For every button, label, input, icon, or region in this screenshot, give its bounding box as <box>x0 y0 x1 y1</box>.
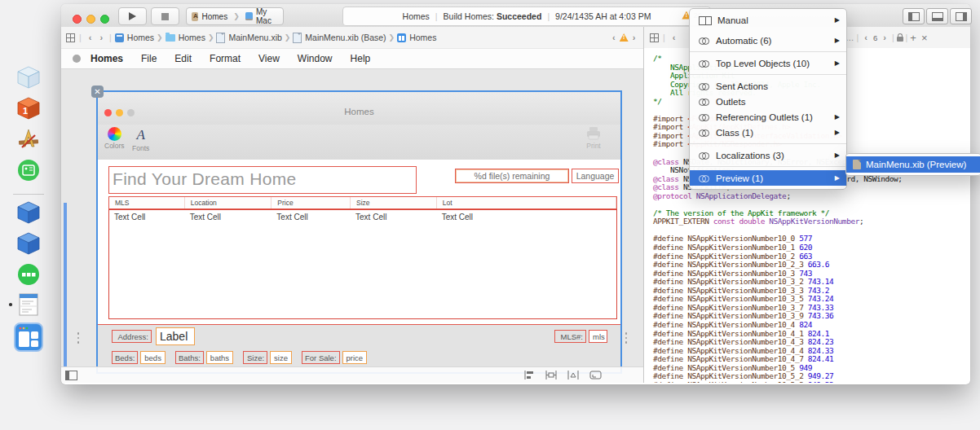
lock-icon[interactable] <box>897 37 903 42</box>
table-cell[interactable]: Text Cell <box>351 210 437 222</box>
close-assistant-editor-button[interactable]: × <box>919 32 928 44</box>
mock-window-titlebar[interactable]: Homes <box>98 92 620 125</box>
table-header-row[interactable]: MLSLocationPriceSizeLot <box>108 196 617 209</box>
files-remaining-label[interactable]: %d file(s) remaining <box>455 169 569 183</box>
table-cell[interactable]: Text Cell <box>437 210 616 222</box>
menu-item-manual[interactable]: Manual▶ <box>690 12 846 28</box>
mock-menu-item-edit[interactable]: Edit <box>166 53 201 64</box>
mock-menu-item-window[interactable]: Window <box>289 53 342 64</box>
table-header-lot[interactable]: Lot <box>437 197 616 208</box>
apple-menu-icon[interactable] <box>73 55 81 63</box>
dock-interface-builder-app-icon[interactable] <box>14 322 43 355</box>
next-issue-button[interactable]: › <box>629 33 639 42</box>
dock-blue-cube-app-icon[interactable] <box>16 200 41 228</box>
zoom-window-button[interactable] <box>100 15 109 24</box>
document-outline-toggle-button[interactable] <box>65 371 77 380</box>
toggle-navigator-button[interactable] <box>903 8 925 24</box>
baths-label[interactable]: Baths: <box>175 351 204 364</box>
menu-item-preview-1-[interactable]: Preview (1)▶ <box>690 170 846 186</box>
table-body[interactable]: Text CellText CellText CellText CellText… <box>108 209 617 319</box>
dock-green-contact-app-icon[interactable] <box>16 158 41 186</box>
dock-green-dots-app-icon[interactable] <box>16 262 41 290</box>
dock-mini-window-app-icon[interactable] <box>19 293 38 319</box>
forward-button[interactable]: › <box>96 33 106 42</box>
print-icon[interactable] <box>585 126 602 141</box>
dock-xcode-app-icon[interactable] <box>16 127 41 155</box>
pin-button[interactable] <box>545 370 557 380</box>
resizing-behavior-button[interactable] <box>589 370 602 380</box>
breadcrumb-item-2[interactable]: Homes <box>166 33 205 42</box>
price-label[interactable]: For Sale: <box>302 351 340 364</box>
menu-item-top-level-objects-10-[interactable]: Top Level Objects (10)▶ <box>690 55 846 71</box>
menu-item-referencing-outlets-1-[interactable]: Referencing Outlets (1)▶ <box>690 109 846 125</box>
menu-item-class-1-[interactable]: Class (1)▶ <box>690 125 846 140</box>
back-button[interactable]: ‹ <box>86 33 95 42</box>
interface-builder-canvas[interactable]: HomesFileEditFormatViewWindowHelp ✕ Home… <box>61 48 643 383</box>
baths-field[interactable]: baths <box>206 351 233 364</box>
scheme-selector[interactable]: A Homes ❯ My Mac <box>186 7 284 25</box>
table-row[interactable]: Text CellText CellText CellText CellText… <box>109 210 616 222</box>
mls-number-label[interactable]: MLS#: <box>554 330 586 343</box>
table-header-size[interactable]: Size <box>351 197 437 208</box>
mock-table-view[interactable]: MLSLocationPriceSizeLot Text CellText Ce… <box>108 196 617 319</box>
beds-field[interactable]: beds <box>140 351 166 364</box>
minimize-window-button[interactable] <box>86 15 95 24</box>
table-cell[interactable]: Text Cell <box>109 210 185 222</box>
price-field[interactable]: price <box>342 351 368 364</box>
table-cell[interactable]: Text Cell <box>185 210 272 222</box>
mls-number-field[interactable]: mls <box>589 330 607 343</box>
table-header-location[interactable]: Location <box>185 197 272 208</box>
assistant-back-button[interactable]: ‹ <box>669 33 679 42</box>
breadcrumb-item-3[interactable]: MainMenu.xib <box>216 33 281 43</box>
align-button[interactable] <box>523 370 535 380</box>
add-assistant-editor-button[interactable]: + <box>910 32 916 44</box>
fonts-icon[interactable]: A <box>136 127 144 143</box>
toggle-debug-area-button[interactable] <box>926 8 948 24</box>
menu-item-sent-actions[interactable]: Sent Actions <box>690 78 846 94</box>
table-cell[interactable]: Text Cell <box>271 210 351 222</box>
resolve-auto-layout-button[interactable] <box>567 370 579 380</box>
mock-menu-bar[interactable]: HomesFileEditFormatViewWindowHelp <box>61 49 643 69</box>
dock-wireframe-cube-app-icon[interactable] <box>16 65 41 93</box>
menu-item-localizations-3-[interactable]: Localizations (3)▶ <box>690 147 846 163</box>
mock-menu-item-help[interactable]: Help <box>342 53 380 64</box>
address-field[interactable]: Label <box>156 327 195 345</box>
canvas-resize-handle-right[interactable] <box>625 332 628 347</box>
size-label[interactable]: Size: <box>243 351 267 364</box>
mock-menu-item-homes[interactable]: Homes <box>90 53 132 64</box>
mock-menu-item-format[interactable]: Format <box>201 53 249 64</box>
assistant-related-items-icon[interactable] <box>650 33 659 42</box>
size-field[interactable]: size <box>270 351 292 364</box>
menu-item-outlets[interactable]: Outlets <box>690 94 846 109</box>
menu-item-automatic-6-[interactable]: Automatic (6)▶ <box>690 33 846 48</box>
address-label[interactable]: Address: <box>112 330 152 343</box>
stop-button[interactable] <box>151 7 179 25</box>
breadcrumb-item-1[interactable]: Homes <box>115 33 154 42</box>
assistant-prev-file-button[interactable]: ‹ <box>861 33 871 42</box>
toggle-inspector-button[interactable] <box>950 8 972 24</box>
headline-text-field[interactable]: Find Your Dream Home <box>108 166 417 194</box>
language-button[interactable]: Language <box>572 169 619 183</box>
form-section: Address: Label MLS#: mls Beds:bedsBaths:… <box>98 324 620 372</box>
breadcrumb-item-5[interactable]: Homes <box>397 33 436 42</box>
submenu-item-mainmenu-preview[interactable]: MainMenu.xib (Preview) <box>846 156 980 173</box>
selected-window-object[interactable]: ✕ Homes Colors A <box>96 90 622 374</box>
table-header-mls[interactable]: MLS <box>109 197 185 208</box>
related-items-icon[interactable] <box>66 33 75 42</box>
form-pair-price: For Sale:price <box>302 351 367 364</box>
table-header-price[interactable]: Price <box>271 197 351 208</box>
breadcrumb-item-4[interactable]: MainMenu.xib (Base) <box>293 33 386 43</box>
colors-wheel-icon[interactable] <box>108 127 121 141</box>
run-button[interactable] <box>118 7 147 25</box>
dock-orange-box-app-icon[interactable]: 1 <box>16 96 41 124</box>
beds-label[interactable]: Beds: <box>112 351 138 364</box>
mock-window-toolbar[interactable]: Colors A Fonts Print <box>98 125 620 160</box>
mock-menu-item-file[interactable]: File <box>132 53 166 64</box>
assistant-next-file-button[interactable]: › <box>880 33 890 42</box>
previous-issue-button[interactable]: ‹ <box>609 33 619 42</box>
close-badge-icon[interactable]: ✕ <box>91 86 104 98</box>
close-window-button[interactable] <box>73 15 82 24</box>
canvas-resize-handle-left[interactable] <box>77 332 80 347</box>
mock-menu-item-view[interactable]: View <box>249 53 289 64</box>
dock-blue-cube-2-app-icon[interactable] <box>16 231 41 259</box>
